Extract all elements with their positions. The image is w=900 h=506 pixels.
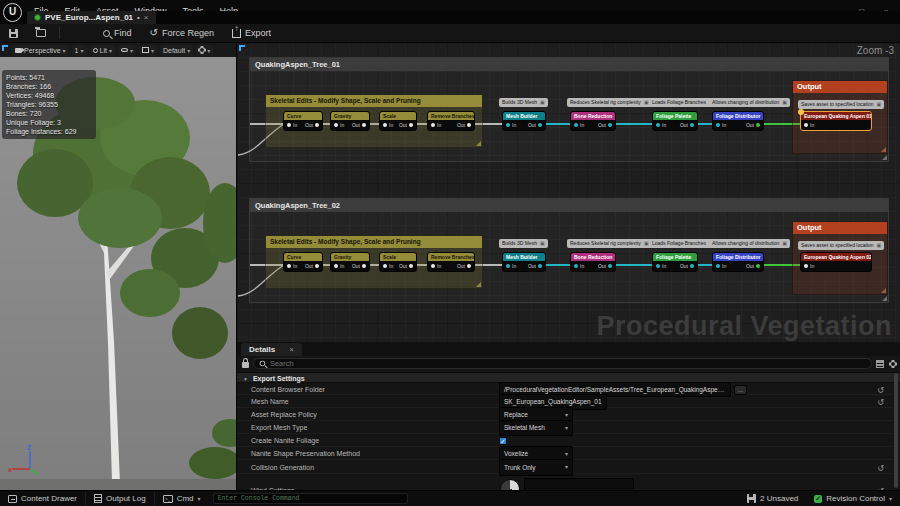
content-drawer-label: Content Drawer	[21, 494, 77, 503]
node-remove-branches[interactable]: Remove BranchesInOut	[427, 252, 475, 272]
comment-resize-handle[interactable]	[476, 141, 481, 146]
node-foliage-distributor[interactable]: Foliage DistributorInOut	[712, 252, 764, 272]
graph-section-quakingaspen_tree_01[interactable]: QuakingAspen_Tree_01Skeletal Edits - Mod…	[249, 57, 889, 162]
input-pin[interactable]	[574, 123, 578, 127]
cmd-dropdown[interactable]: >_ Cmd ▾	[155, 491, 209, 506]
comment-resize-handle[interactable]	[476, 282, 481, 287]
comment-resize-handle[interactable]	[881, 288, 886, 293]
input-pin[interactable]	[334, 264, 338, 268]
settings-gear-icon[interactable]	[890, 361, 896, 367]
content-drawer-button[interactable]: Content Drawer	[0, 491, 86, 506]
input-pin[interactable]	[716, 123, 720, 127]
output-pin[interactable]	[409, 264, 413, 268]
input-pin[interactable]	[804, 123, 808, 127]
node-bone-reduction[interactable]: Bone ReductionInOut	[570, 252, 616, 272]
lit-mode-dropdown[interactable]: Lit ▾	[90, 45, 115, 56]
input-pin[interactable]	[506, 123, 510, 127]
comment-resize-handle[interactable]	[881, 147, 886, 152]
input-pin[interactable]	[383, 123, 387, 127]
details-tab[interactable]: Details ×	[241, 343, 302, 356]
dropdown-export-mesh-type[interactable]: Skeletal Mesh▾	[499, 420, 573, 436]
node-comment-bubble: Loads Foliage Branches	[649, 98, 717, 107]
details-search-box[interactable]	[253, 358, 872, 369]
input-pin[interactable]	[506, 264, 510, 268]
lock-icon[interactable]	[242, 362, 249, 368]
ellipsis-button[interactable]: ...	[734, 385, 747, 395]
output-pin[interactable]	[756, 264, 760, 268]
details-scrollbar[interactable]	[894, 373, 898, 488]
section-resize-handle[interactable]	[882, 296, 887, 301]
output-pin[interactable]	[467, 264, 471, 268]
output-pin[interactable]	[362, 123, 366, 127]
node-foliage-palette[interactable]: Foliage PaletteInOut	[652, 252, 698, 272]
input-pin[interactable]	[574, 264, 578, 268]
find-button[interactable]: Find	[94, 24, 141, 43]
reset-to-default-icon[interactable]: ↺	[877, 385, 884, 396]
viewport-settings-dropdown[interactable]: ▾	[196, 45, 213, 56]
input-pin[interactable]	[804, 264, 808, 268]
output-pin[interactable]	[608, 264, 612, 268]
output-pin[interactable]	[362, 264, 366, 268]
checkbox[interactable]: ✓	[499, 437, 507, 445]
output-pin[interactable]	[538, 123, 542, 127]
node-gravity[interactable]: GravityInOut	[330, 252, 370, 272]
asset-tab[interactable]: PVE_Europ...Aspen_01 • ×	[27, 11, 156, 24]
perspective-dropdown[interactable]: Perspective ▾	[12, 45, 69, 56]
input-pin[interactable]	[287, 123, 291, 127]
node-foliage-palette[interactable]: Foliage PaletteInOut	[652, 111, 698, 131]
input-pin[interactable]	[287, 264, 291, 268]
output-pin[interactable]	[690, 123, 694, 127]
dropdown-collision-generation[interactable]: Trunk Only▾	[499, 459, 573, 476]
input-pin[interactable]	[716, 264, 720, 268]
output-log-button[interactable]: Output Log	[86, 491, 155, 506]
output-pin[interactable]	[315, 264, 319, 268]
graph-section-quakingaspen_tree_02[interactable]: QuakingAspen_Tree_02Skeletal Edits - Mod…	[249, 198, 889, 303]
node-foliage-distributor[interactable]: Foliage DistributorInOut	[712, 111, 764, 131]
reset-to-default-icon[interactable]: ↺	[877, 397, 884, 409]
output-pin[interactable]	[608, 123, 612, 127]
force-regen-button[interactable]: ↺ Force Regen	[141, 24, 223, 43]
node-curve[interactable]: CurveInOut	[283, 111, 323, 131]
camera-speed-dropdown[interactable]: 1 ▾	[72, 45, 87, 56]
show-flags-dropdown[interactable]: ▾	[118, 45, 136, 56]
node-bone-reduction[interactable]: Bone ReductionInOut	[570, 111, 616, 131]
tab-close-icon[interactable]: ×	[144, 13, 149, 22]
console-command-input[interactable]	[213, 493, 408, 504]
output-pin[interactable]	[538, 264, 542, 268]
browse-asset-button[interactable]	[27, 24, 55, 43]
export-button[interactable]: Export	[223, 24, 280, 43]
input-pin[interactable]	[383, 264, 387, 268]
details-close-icon[interactable]: ×	[289, 345, 294, 354]
preview-viewport[interactable]: Perspective ▾ 1 ▾ Lit ▾ ▾ ▾ Default	[0, 43, 236, 490]
output-pin[interactable]	[467, 123, 471, 127]
output-pin[interactable]	[690, 264, 694, 268]
input-pin[interactable]	[656, 264, 660, 268]
node-graph-canvas[interactable]: Zoom -3 Procedural Vegetation QuakingAsp…	[236, 43, 900, 342]
unsaved-label: 2 Unsaved	[760, 494, 798, 503]
unsaved-indicator[interactable]: 2 Unsaved	[739, 491, 806, 506]
reset-to-default-icon[interactable]: ↺	[877, 462, 884, 475]
node-mesh-builder[interactable]: Mesh BuilderInOut	[502, 252, 546, 272]
input-pin[interactable]	[334, 123, 338, 127]
details-search-input[interactable]	[270, 359, 866, 368]
output-pin[interactable]	[315, 123, 319, 127]
section-resize-handle[interactable]	[882, 155, 887, 160]
screenshot-dropdown[interactable]: ▾	[139, 45, 157, 56]
node-scale[interactable]: ScaleInOut	[379, 252, 417, 272]
output-pin[interactable]	[409, 123, 413, 127]
display-options-icon[interactable]	[876, 360, 884, 368]
input-pin[interactable]	[431, 123, 435, 127]
input-pin[interactable]	[656, 123, 660, 127]
save-button[interactable]	[0, 24, 27, 43]
node-remove-branches[interactable]: Remove BranchesInOut	[427, 111, 475, 131]
input-pin[interactable]	[431, 264, 435, 268]
node-mesh-builder[interactable]: Mesh BuilderInOut	[502, 111, 546, 131]
view-preset-dropdown[interactable]: Default ▾	[160, 45, 193, 56]
node-output-asset[interactable]: European Quaking Aspen 01In	[800, 111, 872, 131]
node-gravity[interactable]: GravityInOut	[330, 111, 370, 131]
node-output-asset[interactable]: European Quaking Aspen 02In	[800, 252, 872, 272]
node-curve[interactable]: CurveInOut	[283, 252, 323, 272]
node-scale[interactable]: ScaleInOut	[379, 111, 417, 131]
output-pin[interactable]	[756, 123, 760, 127]
revision-control-button[interactable]: ✓ Revision Control ▾	[806, 491, 900, 506]
